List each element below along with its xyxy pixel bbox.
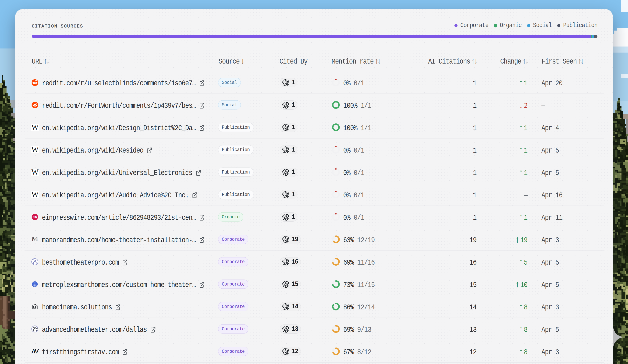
svg-text:M: M: [32, 235, 38, 243]
